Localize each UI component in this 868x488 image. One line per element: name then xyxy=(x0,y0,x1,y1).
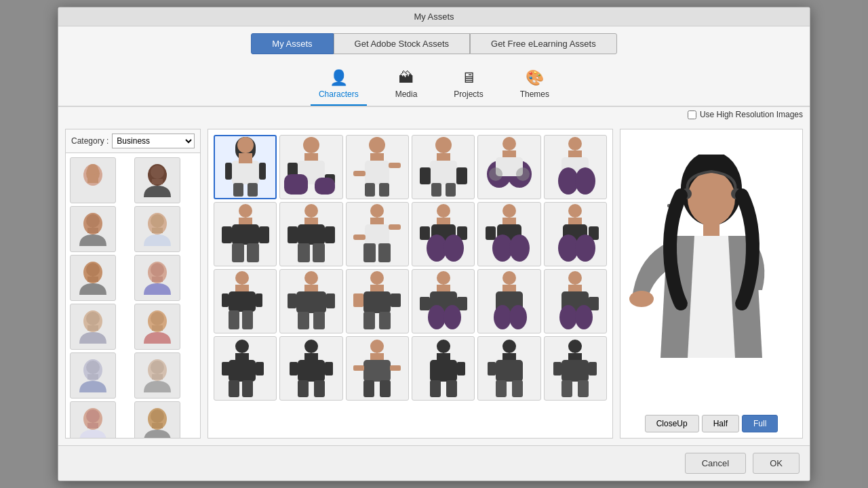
svg-rect-186 xyxy=(446,380,457,397)
svg-rect-45 xyxy=(248,183,258,197)
svg-rect-162 xyxy=(229,360,256,382)
char-thumb-2[interactable] xyxy=(134,157,180,203)
themes-icon: 🎨 xyxy=(526,69,544,87)
tab-free-elearning[interactable]: Get Free eLearning Assets xyxy=(470,33,617,54)
svg-point-74 xyxy=(489,167,502,181)
svg-point-8 xyxy=(86,214,100,228)
svg-rect-141 xyxy=(379,312,391,329)
char-thumb-10[interactable] xyxy=(134,352,180,399)
svg-rect-133 xyxy=(298,312,309,329)
char-thumb-3[interactable] xyxy=(70,206,116,252)
ok-button[interactable]: OK xyxy=(753,453,800,474)
pose-16[interactable] xyxy=(412,269,475,333)
char-thumb-7[interactable] xyxy=(70,304,116,350)
char-thumb-12[interactable] xyxy=(134,401,180,438)
svg-point-29 xyxy=(151,361,164,374)
svg-rect-125 xyxy=(256,293,262,307)
full-btn[interactable]: Full xyxy=(742,415,778,432)
closeup-btn[interactable]: CloseUp xyxy=(645,415,699,432)
svg-rect-127 xyxy=(242,310,253,329)
svg-rect-83 xyxy=(232,224,259,245)
svg-point-14 xyxy=(86,263,100,277)
char-thumb-6[interactable] xyxy=(134,255,180,301)
pose-22[interactable] xyxy=(412,336,475,401)
char-thumb-9[interactable] xyxy=(70,352,116,399)
hi-res-checkbox[interactable] xyxy=(688,110,696,119)
svg-rect-163 xyxy=(222,362,230,375)
svg-rect-185 xyxy=(430,380,441,397)
svg-rect-197 xyxy=(589,362,597,375)
category-select[interactable]: Business Casual Medical Military xyxy=(112,134,195,148)
pose-15[interactable] xyxy=(346,269,409,333)
projects-icon: 🖥 xyxy=(461,69,476,87)
pose-17[interactable] xyxy=(477,269,540,333)
pose-19[interactable] xyxy=(214,336,277,401)
svg-rect-173 xyxy=(314,380,325,397)
pose-12[interactable] xyxy=(544,202,607,266)
hi-res-option: Use High Resolution Images xyxy=(688,110,803,119)
char-thumb-4[interactable] xyxy=(134,206,180,252)
pose-7[interactable] xyxy=(214,202,277,266)
tab-characters[interactable]: 👤 Characters xyxy=(311,66,367,106)
modal-body: Category : Business Casual Medical Milit… xyxy=(58,122,810,445)
pose-18[interactable] xyxy=(544,269,607,333)
pose-10[interactable] xyxy=(412,202,475,266)
svg-rect-66 xyxy=(456,167,467,184)
pose-23[interactable] xyxy=(477,336,540,401)
pose-3[interactable] xyxy=(346,135,409,199)
pose-8[interactable] xyxy=(279,202,342,266)
svg-rect-177 xyxy=(353,365,364,371)
preview-controls: CloseUp Half Full xyxy=(620,409,802,438)
svg-rect-21 xyxy=(87,325,98,331)
character-grid xyxy=(66,153,200,438)
svg-point-55 xyxy=(369,137,385,153)
svg-rect-98 xyxy=(353,235,366,240)
pose-6[interactable] xyxy=(544,135,607,199)
svg-point-46 xyxy=(237,137,254,153)
char-thumb-1[interactable] xyxy=(70,157,116,203)
svg-rect-178 xyxy=(390,365,401,371)
pose-11[interactable] xyxy=(477,202,540,266)
char-thumb-11[interactable] xyxy=(70,401,116,438)
pose-5[interactable] xyxy=(477,135,540,199)
pose-1[interactable] xyxy=(214,135,277,199)
half-btn[interactable]: Half xyxy=(702,415,739,432)
tab-media[interactable]: 🏔 Media xyxy=(387,66,426,106)
svg-point-135 xyxy=(370,271,384,285)
tab-adobe-stock[interactable]: Get Adobe Stock Assets xyxy=(334,33,470,54)
pose-20[interactable] xyxy=(279,336,342,401)
char-thumb-5[interactable] xyxy=(70,255,116,301)
tab-my-assets[interactable]: My Assets xyxy=(251,33,333,54)
pose-13[interactable] xyxy=(214,269,277,333)
pose-24[interactable] xyxy=(544,336,607,401)
svg-rect-58 xyxy=(353,171,366,176)
tab-themes[interactable]: 🎨 Themes xyxy=(512,66,557,106)
modal-footer: Cancel OK xyxy=(58,445,810,481)
pose-21[interactable] xyxy=(346,336,409,401)
svg-rect-30 xyxy=(152,374,163,380)
cancel-button[interactable]: Cancel xyxy=(685,453,746,474)
svg-rect-164 xyxy=(256,362,264,375)
svg-point-88 xyxy=(304,204,318,218)
svg-rect-131 xyxy=(288,293,296,308)
svg-point-35 xyxy=(151,409,164,423)
svg-point-109 xyxy=(502,204,516,218)
modal-dialog: My Assets My Assets Get Adobe Stock Asse… xyxy=(58,7,810,481)
svg-rect-190 xyxy=(488,362,496,375)
svg-point-201 xyxy=(688,171,735,226)
svg-point-121 xyxy=(235,271,249,285)
svg-point-148 xyxy=(443,305,461,329)
svg-point-20 xyxy=(86,312,100,325)
svg-point-158 xyxy=(559,305,577,329)
svg-rect-146 xyxy=(457,297,467,310)
pose-14[interactable] xyxy=(279,269,342,333)
svg-rect-91 xyxy=(288,226,298,243)
tab-projects[interactable]: 🖥 Projects xyxy=(446,66,491,106)
svg-point-187 xyxy=(502,340,516,353)
pose-2[interactable] xyxy=(279,135,342,199)
pose-4[interactable] xyxy=(412,135,475,199)
preview-image xyxy=(620,129,802,409)
char-thumb-8[interactable] xyxy=(134,304,180,350)
svg-rect-92 xyxy=(325,226,335,243)
pose-9[interactable] xyxy=(346,202,409,266)
